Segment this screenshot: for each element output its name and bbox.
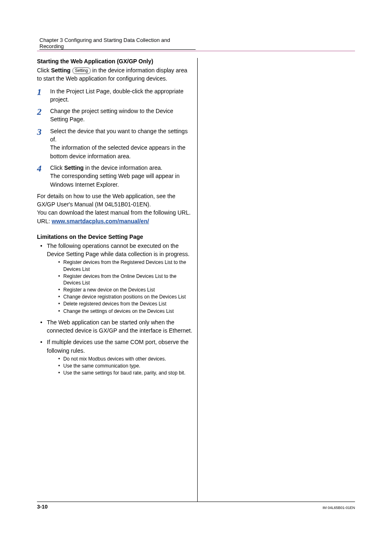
limitation-item-1: • The following operations cannot be exe… <box>37 242 192 315</box>
lim1-sub-0: Register devices from the Registered Dev… <box>63 259 192 272</box>
lim1-text: The following operations cannot be execu… <box>47 243 189 257</box>
url-label: URL: <box>37 218 52 224</box>
note-manual: For details on how to use the Web applic… <box>37 192 192 209</box>
url-line: URL: www.smartdacplus.com/manual/en/ <box>37 218 192 224</box>
page-footer: 3-10 IM 04L65B01-01EN <box>37 502 355 510</box>
manual-url-link[interactable]: www.smartdacplus.com/manual/en/ <box>52 218 149 224</box>
step-number: 2 <box>37 107 50 124</box>
limitations-list: • The following operations cannot be exe… <box>37 242 192 377</box>
bullet-dot: • <box>37 338 47 377</box>
limitation-item-2: • The Web application can be started onl… <box>37 318 192 335</box>
lim1-sub-1: Register devices from the Online Devices… <box>63 273 192 286</box>
document-id: IM 04L65B01-01EN <box>323 506 355 510</box>
step-4: 4 Click Setting in the device informatio… <box>37 164 192 189</box>
step3-line1: Select the device that you want to chang… <box>50 128 188 143</box>
setting-button-graphic: Setting <box>72 67 91 74</box>
step-number: 3 <box>37 127 50 160</box>
step-body: Change the project setting window to the… <box>50 107 192 124</box>
lim1-sub-4: Delete registered devices from the Devic… <box>63 301 192 307</box>
step4-post: in the device information area. <box>84 164 162 171</box>
intro-paragraph: Click Setting Setting in the device info… <box>37 66 192 83</box>
step3-line2: The information of the selected device a… <box>50 144 185 159</box>
section-heading-starting: Starting the Web Application (GX/GP Only… <box>37 58 192 65</box>
limitation-item-3: • If multiple devices use the same COM p… <box>37 338 192 377</box>
lim3-sub-2: Use the same settings for baud rate, par… <box>63 370 192 376</box>
step-body: Click Setting in the device information … <box>50 164 192 189</box>
bullet-dot: • <box>37 242 47 315</box>
bullet-dot: • <box>37 318 47 335</box>
lim3-sub-0: Do not mix Modbus devices with other dev… <box>63 356 192 362</box>
step-number: 1 <box>37 87 50 104</box>
lim1-sub-2: Register a new device on the Devices Lis… <box>63 287 192 293</box>
step-1: 1 In the Project List Page, double-click… <box>37 87 192 104</box>
intro-pre: Click <box>37 67 51 74</box>
step-2: 2 Change the project setting window to t… <box>37 107 192 124</box>
lim1-sublist: •Register devices from the Registered De… <box>47 259 192 314</box>
lim3-sub-1: Use the same communication type. <box>63 363 192 369</box>
section-heading-limitations: Limitations on the Device Setting Page <box>37 234 192 240</box>
step-body: In the Project List Page, double-click t… <box>50 87 192 104</box>
step4-line2: The corresponding setting Web page will … <box>50 173 180 187</box>
intro-setting-word: Setting <box>51 67 70 74</box>
step-3: 3 Select the device that you want to cha… <box>37 127 192 160</box>
step4-setting-word: Setting <box>64 164 83 171</box>
page-number: 3-10 <box>37 504 48 510</box>
lim1-sub-5: Change the settings of devices on the De… <box>63 308 192 314</box>
two-column-layout: Starting the Web Application (GX/GP Only… <box>37 58 355 502</box>
step-number: 4 <box>37 164 50 189</box>
lim2-text: The Web application can be started only … <box>47 318 192 335</box>
step4-pre: Click <box>50 164 64 171</box>
lim3-text: If multiple devices use the same COM por… <box>47 339 189 354</box>
step-body: Select the device that you want to chang… <box>50 127 192 160</box>
lim1-sub-3: Change device registration positions on … <box>63 294 192 300</box>
chapter-header: Chapter 3 Configuring and Starting Data … <box>37 37 355 51</box>
chapter-title: Chapter 3 Configuring and Starting Data … <box>39 37 196 50</box>
note-download: You can download the latest manual from … <box>37 208 192 217</box>
lim3-sublist: •Do not mix Modbus devices with other de… <box>47 356 192 377</box>
